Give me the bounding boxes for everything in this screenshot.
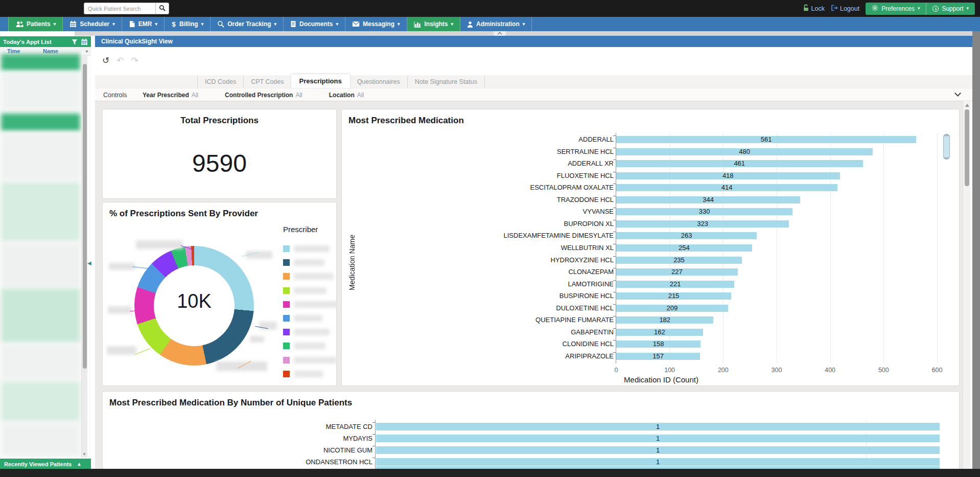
redacted-slice-label (107, 346, 136, 355)
legend-swatch (283, 301, 290, 308)
person-icon (467, 21, 473, 28)
reset-icon[interactable]: ↺ (102, 56, 109, 65)
x-tick-label: 600 (926, 367, 948, 374)
redacted-appointment-row[interactable] (1, 133, 80, 180)
legend-item[interactable] (283, 315, 322, 322)
lock-button[interactable]: Lock (803, 4, 825, 13)
sheet-tabs: ICD CodesCPT CodesPrescriptionsQuestionn… (197, 75, 485, 88)
category-label: LAMOTRIGINE (342, 281, 614, 288)
legend-item[interactable] (283, 329, 330, 335)
search-input[interactable] (84, 3, 155, 14)
redo-icon[interactable]: ↷ (131, 56, 138, 65)
controls-collapse-icon[interactable] (954, 90, 961, 97)
redacted-legend-label (294, 287, 326, 294)
category-label: VYVANSE (342, 208, 614, 215)
legend-item[interactable] (283, 343, 325, 349)
tab-cpt-codes[interactable]: CPT Codes (243, 76, 291, 88)
logout-button[interactable]: Logout (831, 5, 859, 13)
undo-icon[interactable]: ↶ (116, 56, 124, 65)
redacted-appointment-row[interactable] (1, 381, 80, 421)
filters: Year PrescribedAllControlled Prescriptio… (143, 92, 364, 99)
category-label: QUETIAPINE FUMARATE (342, 316, 614, 324)
legend-swatch (283, 287, 290, 294)
redacted-appointment-row[interactable] (1, 288, 80, 343)
category-label: HYDROXYZINE HCL (342, 257, 614, 264)
nav-item-documents[interactable]: Documents▾ (284, 17, 345, 31)
scroll-up-icon[interactable] (965, 104, 969, 107)
tab-prescriptions[interactable]: Prescriptions (291, 74, 350, 88)
main-scroll-thumb[interactable] (965, 109, 969, 186)
nav-item-billing[interactable]: $Billing▾ (165, 17, 211, 31)
legend-swatch (283, 315, 290, 322)
logout-label: Logout (840, 5, 859, 12)
tab-questionnaires[interactable]: Questionnaires (350, 76, 407, 88)
chevron-down-icon: ▾ (155, 22, 157, 27)
quick-patient-search (84, 3, 169, 14)
legend-swatch (283, 329, 290, 335)
nav-item-insights[interactable]: Insights▾ (407, 17, 461, 31)
legend-item[interactable] (283, 371, 323, 377)
bar-value-label: 561 (616, 136, 916, 143)
support-button[interactable]: i Support ▾ (926, 3, 975, 15)
filter-year-prescribed[interactable]: Year PrescribedAll (143, 92, 198, 99)
sidebar-collapse-icon[interactable]: ◀ (87, 260, 91, 266)
redacted-appointment-row[interactable] (1, 54, 80, 71)
legend-item[interactable] (283, 245, 330, 252)
filter-location[interactable]: LocationAll (329, 92, 364, 99)
prescriptions-by-provider-card: % of Prescriptions Sent By Provider 10K … (102, 202, 337, 386)
redacted-appointment-row[interactable] (1, 243, 80, 286)
category-label: ADDERALL XR (342, 160, 614, 167)
scroll-down-icon[interactable]: ▼ (82, 452, 86, 457)
recently-viewed-patients-bar[interactable]: Recently Viewed Patients ▲ (0, 459, 91, 469)
sidebar-scrollbar[interactable]: ▼ (81, 56, 87, 458)
legend-item[interactable] (283, 357, 337, 364)
redacted-appointment-row[interactable] (1, 182, 80, 241)
nav-item-emr[interactable]: EMR▾ (122, 17, 165, 31)
preferences-button[interactable]: Preferences ▾ (866, 3, 926, 15)
nav-item-order-tracking[interactable]: Order Tracking▾ (211, 17, 284, 31)
category-label: WELLBUTRIN XL (342, 244, 614, 252)
legend-item[interactable] (283, 273, 334, 280)
preferences-label: Preferences (881, 5, 915, 12)
unlock-icon (803, 4, 809, 13)
tab-note-signature-status[interactable]: Note Signature Status (407, 76, 485, 88)
top-bar: Lock Logout Preferences ▾ i Support ▾ (0, 0, 980, 17)
x-tick-label: 400 (819, 367, 842, 374)
main-nav: Patients▾Scheduler▾EMR▾$Billing▾Order Tr… (0, 17, 980, 31)
legend-item[interactable] (283, 259, 324, 266)
legend-item[interactable] (283, 287, 326, 294)
axis-tick (613, 304, 616, 305)
search-button[interactable] (155, 3, 169, 14)
x-tick-label: 500 (872, 367, 895, 374)
chart-scrollbar-thumb[interactable] (943, 134, 950, 160)
redacted-slice-label (250, 336, 264, 343)
calendar-icon[interactable] (81, 38, 88, 46)
redacted-appointment-row[interactable] (1, 113, 80, 131)
scroll-up-icon[interactable]: ▲ (85, 49, 89, 53)
redacted-appointment-row[interactable] (1, 423, 80, 456)
nav-item-messaging[interactable]: Messaging▾ (345, 17, 407, 31)
filter-controlled-prescription[interactable]: Controlled PrescriptionAll (225, 92, 302, 99)
axis-tick (613, 256, 616, 257)
nav-item-patients[interactable]: Patients▾ (8, 17, 63, 31)
legend-item[interactable] (283, 301, 337, 308)
main-scrollbar[interactable] (963, 102, 970, 469)
collapse-search-tab[interactable] (494, 31, 506, 36)
nav-item-scheduler[interactable]: Scheduler▾ (63, 17, 122, 31)
axis-tick (613, 196, 616, 196)
page-title: Clinical QuickSight View (101, 38, 173, 45)
legend-swatch (283, 245, 290, 252)
chevron-down-icon: ▾ (918, 6, 920, 11)
chevron-down-icon: ▾ (451, 22, 454, 27)
tab-icd-codes[interactable]: ICD Codes (197, 76, 243, 88)
category-label: FLUOXETINE HCL (342, 172, 614, 179)
nav-item-administration[interactable]: Administration▾ (460, 17, 532, 31)
nav-item-label: Insights (425, 20, 448, 28)
redacted-appointment-row[interactable] (1, 345, 80, 379)
svg-text:$: $ (172, 20, 176, 28)
sidebar-scroll-thumb[interactable] (83, 64, 87, 369)
gridline (937, 133, 938, 364)
category-label: MYDAYIS (103, 435, 372, 442)
recently-viewed-label: Recently Viewed Patients (4, 461, 72, 467)
redacted-appointment-row[interactable] (1, 73, 80, 109)
